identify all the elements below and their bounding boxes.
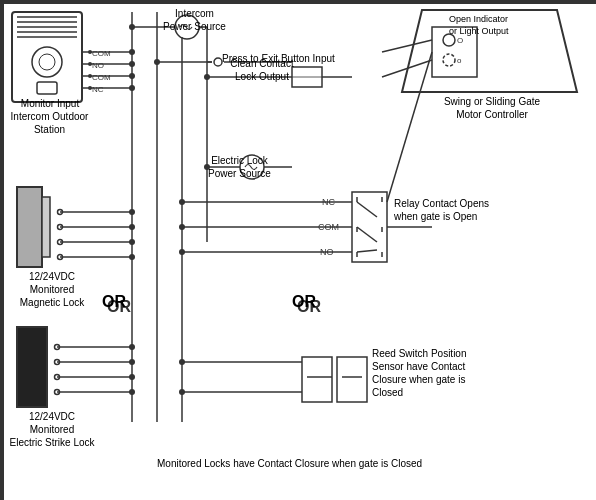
svg-rect-114 (302, 357, 332, 402)
svg-point-80 (179, 224, 185, 230)
svg-point-119 (179, 359, 185, 365)
svg-rect-84 (17, 187, 42, 267)
intercom-power-label: IntercomPower Source (157, 7, 232, 33)
clean-contact-label: Clean ContactLock Output (217, 57, 307, 83)
svg-text:NC: NC (92, 85, 104, 94)
open-indicator-label: Open Indicatoror Light Output (449, 14, 564, 37)
svg-point-44 (154, 59, 160, 65)
svg-rect-115 (337, 357, 367, 402)
monitor-input-label: Monitor Input (10, 97, 90, 110)
svg-point-42 (129, 24, 135, 30)
svg-point-48 (204, 74, 210, 80)
or-label-2: OR (292, 293, 316, 311)
svg-point-112 (129, 374, 135, 380)
svg-point-121 (179, 389, 185, 395)
svg-rect-9 (37, 82, 57, 94)
svg-text:o: o (457, 56, 462, 65)
svg-point-95 (129, 224, 135, 230)
svg-point-57 (443, 54, 455, 66)
magnetic-lock-label: 12/24VDC MonitoredMagnetic Lock (7, 270, 97, 309)
relay-contact-label: Relay Contact Openswhen gate is Open (394, 197, 524, 223)
svg-point-110 (129, 344, 135, 350)
svg-point-111 (129, 359, 135, 365)
swing-gate-label: Swing or Sliding GateMotor Controller (412, 95, 572, 121)
svg-text:COM: COM (92, 73, 111, 82)
reed-switch-label: Reed Switch PositionSensor have ContactC… (372, 347, 512, 399)
electric-lock-power-label: Electric LockPower Source (197, 154, 282, 180)
svg-rect-101 (17, 327, 47, 407)
wiring-diagram: COM NO COM NC (0, 0, 596, 500)
svg-point-82 (179, 249, 185, 255)
svg-point-8 (39, 54, 55, 70)
svg-point-96 (129, 239, 135, 245)
electric-strike-label: 12/24VDC MonitoredElectric Strike Lock (7, 410, 97, 449)
monitored-locks-label: Monitored Locks have Contact Closure whe… (157, 457, 422, 470)
svg-point-97 (129, 254, 135, 260)
svg-point-113 (129, 389, 135, 395)
svg-text:COM: COM (92, 49, 111, 58)
or-label-1: OR (102, 293, 126, 311)
intercom-outdoor-label: Intercom OutdoorStation (7, 110, 92, 136)
svg-point-94 (129, 209, 135, 215)
svg-rect-85 (42, 197, 50, 257)
svg-point-78 (179, 199, 185, 205)
svg-text:NO: NO (92, 61, 104, 70)
